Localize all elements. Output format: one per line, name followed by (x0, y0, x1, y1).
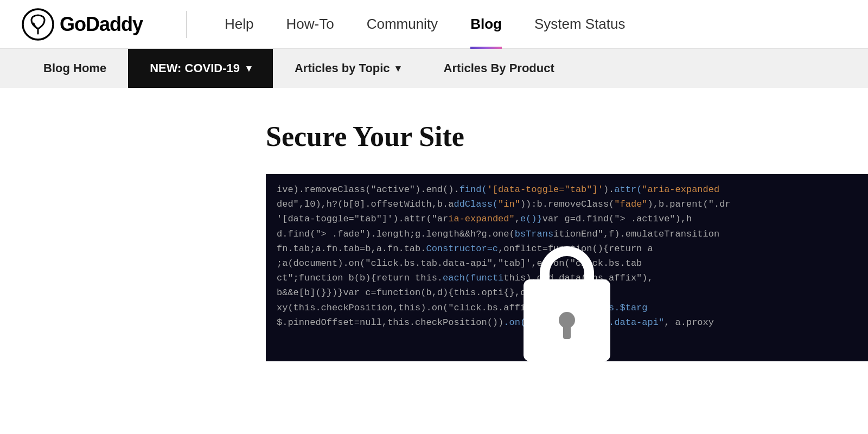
sub-nav-articles-product[interactable]: Articles By Product (422, 49, 576, 88)
code-line-1: ive).removeClass("active").end().find('[… (277, 182, 857, 197)
logo-icon (22, 8, 54, 41)
sub-nav-blog-home[interactable]: Blog Home (22, 49, 128, 88)
godaddy-logo[interactable]: GoDaddy (22, 8, 143, 41)
nav-howto[interactable]: How-To (270, 0, 350, 49)
code-line-2: ded",l0),h?(b[0].offsetWidth,b.addClass(… (277, 197, 857, 212)
nav-community[interactable]: Community (350, 0, 454, 49)
article-hero-image: ive).removeClass("active").end().find('[… (266, 174, 868, 361)
logo-area[interactable]: GoDaddy (22, 8, 143, 41)
covid-chevron-icon: ▾ (246, 62, 251, 74)
svg-point-0 (23, 9, 53, 40)
nav-blog[interactable]: Blog (454, 0, 518, 49)
logo-text: GoDaddy (60, 13, 143, 36)
articles-topic-chevron-icon: ▾ (395, 62, 400, 74)
header-divider (186, 11, 187, 38)
nav-system-status[interactable]: System Status (518, 0, 642, 49)
sub-nav-covid[interactable]: NEW: COVID-19 ▾ (128, 49, 273, 88)
sub-nav-articles-topic[interactable]: Articles by Topic ▾ (273, 49, 422, 88)
lock-body (524, 279, 610, 361)
code-line-3: '[data-toggle="tab"]').attr("aria-expand… (277, 212, 857, 226)
nav-help[interactable]: Help (208, 0, 270, 49)
articles-topic-label: Articles by Topic (295, 61, 390, 75)
main-nav: Help How-To Community Blog System Status (208, 0, 846, 49)
lock-shackle (540, 246, 594, 289)
article-title: Secure Your Site (266, 120, 846, 152)
lock-icon-overlay (518, 237, 616, 361)
site-header: GoDaddy Help How-To Community Blog Syste… (0, 0, 868, 49)
sub-nav: Blog Home NEW: COVID-19 ▾ Articles by To… (0, 49, 868, 88)
main-content: Secure Your Site ive).removeClass("activ… (0, 88, 868, 361)
covid-label: NEW: COVID-19 (150, 61, 240, 75)
lock-keyhole (559, 312, 575, 328)
